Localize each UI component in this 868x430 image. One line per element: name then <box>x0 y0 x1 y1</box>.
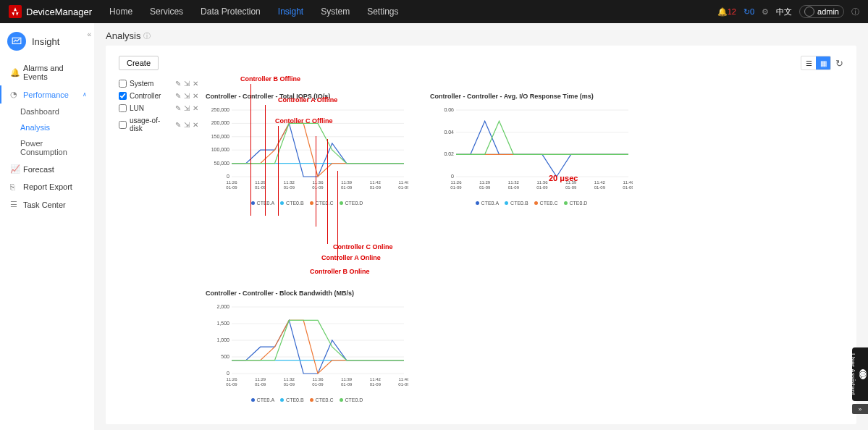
tab-checkbox[interactable] <box>119 104 127 112</box>
svg-text:11:36: 11:36 <box>536 180 548 185</box>
chart-svg: 00.020.040.0611:2601-0911:2901-0911:3201… <box>430 103 633 197</box>
tab-system[interactable]: System✎⇲✕ <box>119 77 198 90</box>
svg-text:01-09: 01-09 <box>226 185 237 190</box>
close-icon[interactable]: ✕ <box>193 92 198 100</box>
svg-text:01-09: 01-09 <box>370 185 382 190</box>
expand-icon[interactable]: ⇲ <box>184 92 190 100</box>
settings-icon[interactable]: ⚙ <box>762 7 769 17</box>
edit-icon[interactable]: ✎ <box>175 92 181 100</box>
user-menu[interactable]: admin <box>799 5 844 18</box>
edit-icon[interactable]: ✎ <box>175 80 181 88</box>
tab-checkbox[interactable] <box>119 92 127 100</box>
tab-checkbox[interactable] <box>119 121 127 129</box>
svg-text:01-09: 01-09 <box>623 185 633 190</box>
svg-text:0.04: 0.04 <box>444 130 454 135</box>
user-assistant-tab[interactable]: 💬 User Assistant <box>852 347 868 401</box>
nav-item-data-protection[interactable]: Data Protection <box>201 1 261 22</box>
sidebar-collapse-handle[interactable]: « <box>87 30 91 38</box>
logo[interactable]: DeviceManager <box>9 5 92 18</box>
svg-text:500: 500 <box>221 354 229 359</box>
svg-text:11:46: 11:46 <box>398 180 408 185</box>
legend-label: CTE0.B <box>286 397 304 402</box>
svg-text:11:26: 11:26 <box>450 180 462 185</box>
chart-cell-2: Controller - Controller - Block Bandwidt… <box>206 290 408 402</box>
svg-text:01-09: 01-09 <box>594 185 606 190</box>
sidebar-item-forecast[interactable]: 📈Forecast <box>0 160 94 178</box>
tab-controller[interactable]: Controller✎⇲✕ <box>119 90 198 102</box>
svg-text:1,500: 1,500 <box>216 321 229 326</box>
alarm-icon[interactable]: 🔔12 <box>717 7 736 17</box>
sidebar-item-report-export[interactable]: ⎘Report Export <box>0 178 94 195</box>
legend-item[interactable]: CTE0.D <box>564 201 588 206</box>
language-label[interactable]: 中文 <box>776 7 792 17</box>
svg-text:01-09: 01-09 <box>284 382 295 387</box>
nav-item-services[interactable]: Services <box>150 1 183 22</box>
tab-label: LUN <box>130 104 144 112</box>
legend-item[interactable]: CTE0.D <box>340 397 363 402</box>
tab-lun[interactable]: LUN✎⇲✕ <box>119 102 198 114</box>
legend-item[interactable]: CTE0.C <box>310 397 334 402</box>
legend-item[interactable]: CTE0.C <box>310 201 334 206</box>
legend-dot-icon <box>310 201 313 205</box>
chart-title: Controller - Controller - Block Bandwidt… <box>206 290 408 297</box>
svg-text:01-09: 01-09 <box>398 185 408 190</box>
svg-text:0: 0 <box>451 174 454 179</box>
expand-icon[interactable]: ⇲ <box>184 80 190 88</box>
legend-dot-icon <box>564 201 568 205</box>
topbar-right: 🔔12 ↻0 ⚙ 中文 admin ⓘ <box>717 5 859 18</box>
legend-dot-icon <box>310 398 313 402</box>
svg-text:11:32: 11:32 <box>508 180 520 185</box>
edit-icon[interactable]: ✎ <box>175 104 181 112</box>
tab-usage-of-disk[interactable]: usage-of-disk✎⇲✕ <box>119 114 198 135</box>
legend-item[interactable]: CTE0.A <box>476 201 500 206</box>
legend-item[interactable]: CTE0.C <box>534 201 558 206</box>
legend-item[interactable]: CTE0.A <box>251 397 275 402</box>
user-assistant-expand[interactable]: » <box>852 404 868 414</box>
sidebar-sub-power-consumption[interactable]: Power Consumption <box>0 135 94 160</box>
create-button[interactable]: Create <box>119 56 159 70</box>
sidebar-sub-analysis[interactable]: Analysis <box>0 119 94 135</box>
svg-text:01-09: 01-09 <box>370 382 382 387</box>
grid-view-button[interactable]: ▦ <box>816 56 830 69</box>
analysis-panel: Create System✎⇲✕Controller✎⇲✕LUN✎⇲✕usage… <box>106 46 856 424</box>
sidebar-item-performance[interactable]: ◔Performance∧ <box>0 85 94 104</box>
chart-svg: 050,000100,000150,000200,000250,00011:26… <box>206 103 408 197</box>
legend-item[interactable]: CTE0.B <box>280 201 304 206</box>
info-icon[interactable]: ⓘ <box>143 31 151 41</box>
sidebar-item-alarms-and-events[interactable]: 🔔Alarms and Events <box>0 59 94 85</box>
help-icon[interactable]: ⓘ <box>851 7 859 17</box>
legend-item[interactable]: CTE0.A <box>251 201 275 206</box>
close-icon[interactable]: ✕ <box>193 121 198 129</box>
tab-checkbox[interactable] <box>119 80 127 88</box>
nav-item-insight[interactable]: Insight <box>278 1 303 22</box>
svg-text:11:46: 11:46 <box>398 377 408 381</box>
svg-text:01-09: 01-09 <box>284 185 295 190</box>
svg-text:50,000: 50,000 <box>214 161 230 166</box>
legend-item[interactable]: CTE0.D <box>340 201 363 206</box>
chevron-up-icon: ∧ <box>83 91 87 98</box>
refresh-icon[interactable]: ↻ <box>835 58 843 69</box>
object-tabs: System✎⇲✕Controller✎⇲✕LUN✎⇲✕usage-of-dis… <box>119 77 198 135</box>
close-icon[interactable]: ✕ <box>193 104 198 112</box>
app-name: DeviceManager <box>26 7 92 17</box>
legend-item[interactable]: CTE0.B <box>280 397 304 402</box>
sidebar-item-task-center[interactable]: ☰Task Center <box>0 195 94 214</box>
chart-cell-1: Controller - Controller - Avg. I/O Respo… <box>430 93 633 206</box>
svg-text:01-09: 01-09 <box>536 185 548 190</box>
nav-item-system[interactable]: System <box>321 1 350 22</box>
nav-item-settings[interactable]: Settings <box>367 1 398 22</box>
sync-icon[interactable]: ↻0 <box>743 7 754 17</box>
expand-icon[interactable]: ⇲ <box>184 104 190 112</box>
svg-text:11:32: 11:32 <box>284 377 295 381</box>
svg-text:01-09: 01-09 <box>479 185 491 190</box>
legend-dot-icon <box>505 201 508 205</box>
sidebar-sub-dashboard[interactable]: Dashboard <box>0 104 94 119</box>
edit-icon[interactable]: ✎ <box>175 121 181 129</box>
legend-item[interactable]: CTE0.B <box>505 201 528 206</box>
svg-text:11:42: 11:42 <box>594 180 606 185</box>
legend-label: CTE0.C <box>316 201 334 206</box>
expand-icon[interactable]: ⇲ <box>184 121 190 129</box>
nav-item-home[interactable]: Home <box>109 1 132 22</box>
list-view-button[interactable]: ☰ <box>801 56 816 69</box>
close-icon[interactable]: ✕ <box>193 80 198 88</box>
